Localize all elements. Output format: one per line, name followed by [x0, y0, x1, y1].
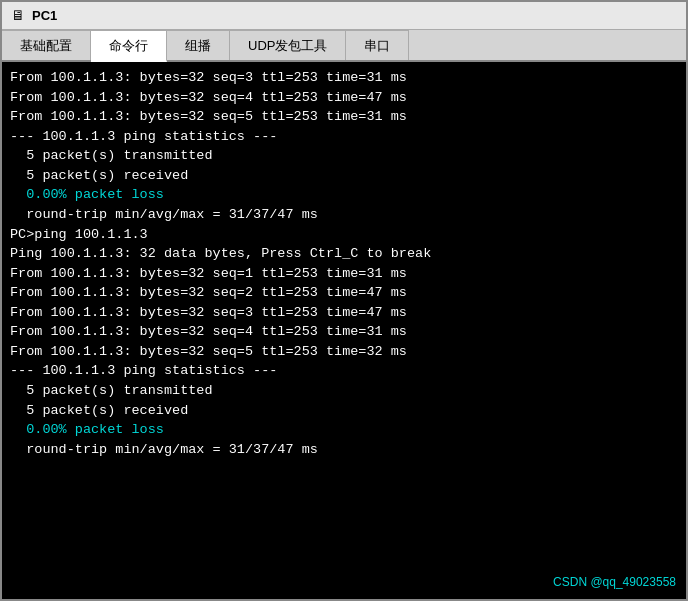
window-icon: 🖥: [10, 8, 26, 24]
tab-0[interactable]: 基础配置: [2, 30, 91, 60]
watermark: CSDN @qq_49023558: [553, 574, 676, 591]
terminal-line-22: 0.00% packet loss: [10, 420, 678, 440]
terminal-line-23: round-trip min/avg/max = 31/37/47 ms: [10, 440, 678, 460]
terminal-line-14: From 100.1.1.3: bytes=32 seq=2 ttl=253 t…: [10, 283, 678, 303]
tab-bar: 基础配置命令行组播UDP发包工具串口: [2, 30, 686, 62]
terminal-line-5: 5 packet(s) transmitted: [10, 146, 678, 166]
window: 🖥 PC1 基础配置命令行组播UDP发包工具串口 From 100.1.1.3:…: [0, 0, 688, 601]
terminal[interactable]: From 100.1.1.3: bytes=32 seq=3 ttl=253 t…: [2, 62, 686, 599]
terminal-line-13: From 100.1.1.3: bytes=32 seq=1 ttl=253 t…: [10, 264, 678, 284]
terminal-line-4: --- 100.1.1.3 ping statistics ---: [10, 127, 678, 147]
terminal-line-8: round-trip min/avg/max = 31/37/47 ms: [10, 205, 678, 225]
terminal-line-1: From 100.1.1.3: bytes=32 seq=4 ttl=253 t…: [10, 88, 678, 108]
terminal-line-10: PC>ping 100.1.1.3: [10, 225, 678, 245]
tab-4[interactable]: 串口: [346, 30, 409, 60]
tab-3[interactable]: UDP发包工具: [230, 30, 346, 60]
terminal-line-16: From 100.1.1.3: bytes=32 seq=4 ttl=253 t…: [10, 322, 678, 342]
terminal-line-20: 5 packet(s) transmitted: [10, 381, 678, 401]
window-title: PC1: [32, 8, 57, 23]
terminal-line-2: From 100.1.1.3: bytes=32 seq=5 ttl=253 t…: [10, 107, 678, 127]
terminal-line-15: From 100.1.1.3: bytes=32 seq=3 ttl=253 t…: [10, 303, 678, 323]
terminal-line-12: Ping 100.1.1.3: 32 data bytes, Press Ctr…: [10, 244, 678, 264]
tab-2[interactable]: 组播: [167, 30, 230, 60]
terminal-line-19: --- 100.1.1.3 ping statistics ---: [10, 361, 678, 381]
terminal-line-21: 5 packet(s) received: [10, 401, 678, 421]
terminal-line-6: 5 packet(s) received: [10, 166, 678, 186]
terminal-line-0: From 100.1.1.3: bytes=32 seq=3 ttl=253 t…: [10, 68, 678, 88]
terminal-line-17: From 100.1.1.3: bytes=32 seq=5 ttl=253 t…: [10, 342, 678, 362]
title-bar: 🖥 PC1: [2, 2, 686, 30]
tab-1[interactable]: 命令行: [91, 30, 167, 62]
terminal-line-7: 0.00% packet loss: [10, 185, 678, 205]
